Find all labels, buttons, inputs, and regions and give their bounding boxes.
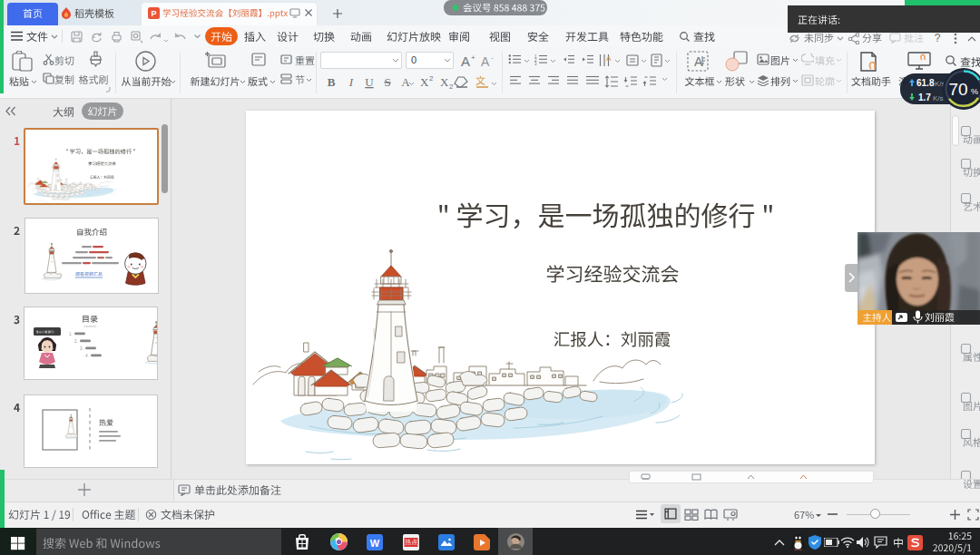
svg-text:1.7: 1.7 bbox=[918, 92, 931, 102]
svg-text:%: % bbox=[971, 87, 978, 96]
svg-text:I: I bbox=[348, 75, 354, 89]
svg-text:A: A bbox=[481, 54, 490, 69]
svg-text:2.: 2. bbox=[74, 339, 78, 344]
svg-text:P: P bbox=[151, 9, 156, 18]
svg-text:3.: 3. bbox=[80, 346, 83, 351]
svg-text:U: U bbox=[365, 75, 374, 89]
svg-text:K/s: K/s bbox=[933, 94, 944, 102]
svg-text:-: - bbox=[491, 54, 494, 62]
svg-text:A: A bbox=[461, 54, 470, 69]
svg-text:X: X bbox=[420, 75, 429, 89]
svg-text:+: + bbox=[471, 54, 475, 62]
svg-text:1.: 1. bbox=[69, 332, 73, 336]
svg-text:70: 70 bbox=[948, 80, 967, 99]
svg-text:B: B bbox=[328, 75, 336, 89]
svg-text:4.: 4. bbox=[85, 354, 89, 358]
svg-text:S: S bbox=[384, 75, 390, 89]
svg-text:X: X bbox=[440, 75, 449, 89]
svg-text:Contents: Contents bbox=[83, 325, 96, 328]
svg-text:2: 2 bbox=[429, 74, 434, 83]
svg-text:3: 3 bbox=[534, 62, 537, 66]
svg-text:?: ? bbox=[935, 32, 941, 44]
svg-text:A: A bbox=[606, 54, 612, 63]
svg-text:61.8: 61.8 bbox=[916, 78, 935, 88]
svg-text:W: W bbox=[370, 538, 380, 549]
